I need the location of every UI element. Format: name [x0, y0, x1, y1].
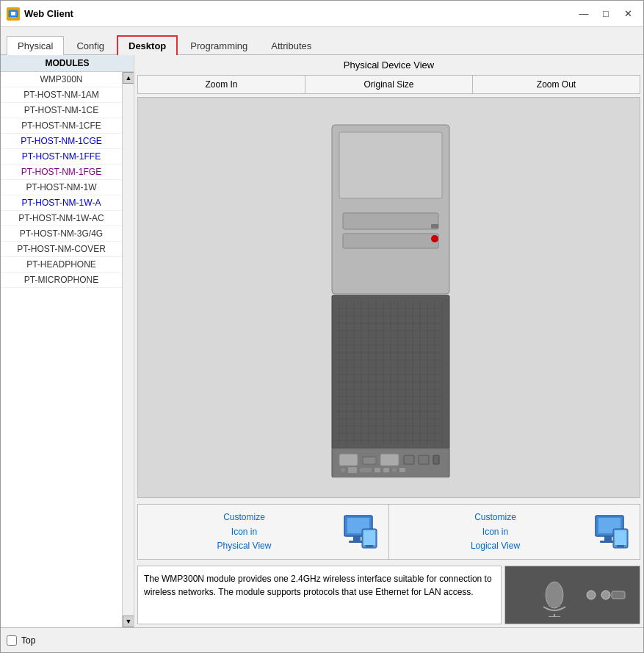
- customize-physical-button[interactable]: Customize Icon in Physical View: [138, 505, 389, 559]
- svg-rect-2: [11, 12, 15, 15]
- customize-logical-label: Customize Icon in Logical View: [398, 511, 593, 553]
- window-controls: — □ ✕: [574, 6, 637, 22]
- scroll-down-button[interactable]: ▼: [123, 616, 134, 627]
- sidebar: MODULES WMP300N PT-HOST-NM-1AM PT-HOST-N…: [1, 55, 134, 627]
- sidebar-item-wmp300n[interactable]: WMP300N: [1, 72, 122, 87]
- window-title: Web Client: [24, 8, 574, 19]
- tab-attributes[interactable]: Attributes: [260, 36, 322, 55]
- original-size-button[interactable]: Original Size: [305, 76, 473, 93]
- svg-rect-50: [433, 455, 439, 464]
- svg-point-8: [431, 235, 438, 242]
- maximize-button[interactable]: □: [596, 6, 615, 22]
- svg-rect-71: [617, 545, 624, 547]
- top-checkbox[interactable]: [7, 635, 17, 646]
- module-thumbnail: [504, 566, 640, 624]
- svg-rect-49: [419, 455, 429, 464]
- sidebar-scrollbar: ▲ ▼: [122, 72, 134, 627]
- svg-rect-46: [363, 457, 376, 464]
- svg-rect-53: [360, 468, 372, 472]
- right-panel: Physical Device View Zoom In Original Si…: [134, 55, 643, 627]
- svg-point-56: [392, 468, 397, 472]
- svg-rect-67: [604, 536, 612, 541]
- scroll-up-button[interactable]: ▲: [123, 72, 134, 84]
- sidebar-inner: WMP300N PT-HOST-NM-1AM PT-HOST-NM-1CE PT…: [1, 72, 134, 627]
- top-checkbox-wrap: Top: [7, 635, 35, 646]
- svg-rect-79: [612, 591, 625, 599]
- sidebar-item-1cfe[interactable]: PT-HOST-NM-1CFE: [1, 118, 122, 134]
- sidebar-item-1am[interactable]: PT-HOST-NM-1AM: [1, 87, 122, 103]
- sidebar-item-microphone[interactable]: PT-MICROPHONE: [1, 273, 122, 288]
- zoom-bar: Zoom In Original Size Zoom Out: [137, 75, 640, 94]
- svg-rect-52: [348, 467, 357, 473]
- minimize-button[interactable]: —: [574, 6, 593, 22]
- zoom-in-button[interactable]: Zoom In: [138, 76, 305, 93]
- description-text: The WMP300N module provides one 2.4GHz w…: [137, 566, 502, 624]
- svg-point-51: [341, 468, 345, 472]
- monitor-icon-logical: [593, 513, 631, 551]
- svg-rect-6: [343, 234, 438, 248]
- main-content: MODULES WMP300N PT-HOST-NM-1AM PT-HOST-N…: [1, 55, 643, 627]
- description-area: The WMP300N module provides one 2.4GHz w…: [137, 566, 640, 624]
- svg-rect-4: [339, 132, 442, 198]
- customize-physical-label: Customize Icon in Physical View: [147, 511, 341, 553]
- sidebar-item-1wa[interactable]: PT-HOST-NM-1W-A: [1, 195, 122, 211]
- device-view: [137, 97, 640, 498]
- sidebar-item-1cge[interactable]: PT-HOST-NM-1CGE: [1, 134, 122, 149]
- sidebar-item-3g4g[interactable]: PT-HOST-NM-3G/4G: [1, 226, 122, 242]
- svg-rect-57: [399, 468, 405, 472]
- main-window: Web Client — □ ✕ Physical Config Desktop…: [0, 0, 644, 653]
- tab-desktop[interactable]: Desktop: [117, 35, 178, 55]
- tab-config[interactable]: Config: [65, 36, 115, 55]
- scroll-track: [123, 84, 134, 616]
- sidebar-list: WMP300N PT-HOST-NM-1AM PT-HOST-NM-1CE PT…: [1, 72, 122, 627]
- sidebar-item-headphone[interactable]: PT-HEADPHONE: [1, 257, 122, 273]
- customize-buttons-bar: Customize Icon in Physical View: [137, 504, 640, 560]
- panel-title: Physical Device View: [134, 55, 643, 75]
- bottom-bar: Top: [1, 627, 643, 652]
- svg-rect-1: [10, 17, 16, 18]
- title-bar: Web Client — □ ✕: [1, 1, 643, 27]
- tabs-bar: Physical Config Desktop Programming Attr…: [1, 27, 643, 55]
- svg-rect-48: [404, 455, 414, 464]
- sidebar-item-cover[interactable]: PT-HOST-NM-COVER: [1, 242, 122, 257]
- customize-logical-button[interactable]: Customize Icon in Logical View: [389, 505, 640, 559]
- computer-tower-image: [317, 118, 460, 477]
- module-image: [518, 573, 628, 617]
- svg-rect-54: [375, 468, 380, 472]
- svg-rect-70: [615, 530, 626, 545]
- svg-point-78: [601, 591, 610, 599]
- sidebar-item-1ffe[interactable]: PT-HOST-NM-1FFE: [1, 149, 122, 165]
- svg-rect-74: [549, 595, 560, 607]
- svg-rect-63: [363, 530, 375, 545]
- close-button[interactable]: ✕: [618, 6, 637, 22]
- svg-rect-45: [339, 454, 358, 466]
- tab-physical[interactable]: Physical: [7, 36, 64, 55]
- svg-rect-7: [431, 224, 438, 228]
- svg-rect-47: [380, 454, 399, 466]
- app-icon: [7, 7, 20, 21]
- svg-rect-60: [353, 536, 361, 541]
- sidebar-header: MODULES: [1, 55, 134, 72]
- svg-rect-64: [366, 545, 373, 547]
- sidebar-item-1w[interactable]: PT-HOST-NM-1W: [1, 180, 122, 195]
- sidebar-item-1wac[interactable]: PT-HOST-NM-1W-AC: [1, 211, 122, 226]
- sidebar-item-1fge[interactable]: PT-HOST-NM-1FGE: [1, 165, 122, 180]
- sidebar-item-1ce[interactable]: PT-HOST-NM-1CE: [1, 103, 122, 118]
- monitor-icon-physical: [341, 513, 380, 551]
- svg-rect-5: [343, 213, 438, 229]
- top-checkbox-label: Top: [21, 635, 35, 646]
- svg-point-77: [587, 591, 596, 599]
- tab-programming[interactable]: Programming: [179, 36, 258, 55]
- svg-rect-55: [383, 468, 389, 472]
- zoom-out-button[interactable]: Zoom Out: [473, 76, 640, 93]
